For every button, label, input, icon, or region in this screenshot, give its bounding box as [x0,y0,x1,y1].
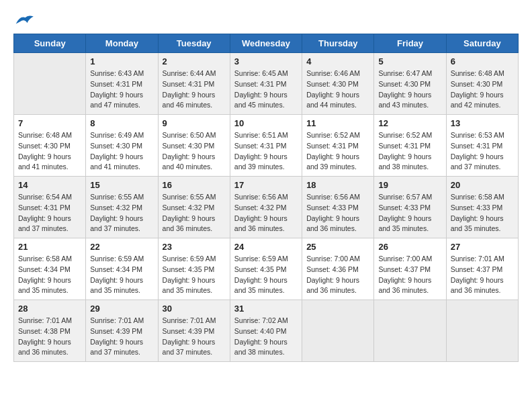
weekday-header-thursday: Thursday [302,34,374,53]
day-number: 31 [234,304,298,314]
day-info: Sunrise: 6:46 AM Sunset: 4:30 PM Dayligh… [306,68,369,111]
calendar-cell [374,300,446,362]
calendar-cell: 19Sunrise: 6:57 AM Sunset: 4:33 PM Dayli… [374,177,446,238]
day-info: Sunrise: 6:44 AM Sunset: 4:31 PM Dayligh… [163,68,226,111]
day-info: Sunrise: 6:47 AM Sunset: 4:30 PM Dayligh… [378,68,441,111]
day-info: Sunrise: 6:59 AM Sunset: 4:35 PM Dayligh… [163,254,226,296]
day-number: 12 [378,118,441,128]
day-number: 6 [451,56,514,66]
calendar-cell: 9Sunrise: 6:50 AM Sunset: 4:30 PM Daylig… [158,115,230,177]
day-number: 7 [18,118,81,128]
day-number: 8 [90,118,153,128]
weekday-header-saturday: Saturday [446,34,518,53]
day-number: 19 [378,180,441,190]
calendar-cell: 8Sunrise: 6:49 AM Sunset: 4:30 PM Daylig… [86,115,158,177]
day-number: 15 [90,180,153,190]
day-info: Sunrise: 7:01 AM Sunset: 4:38 PM Dayligh… [18,316,81,358]
day-number: 5 [378,56,441,66]
calendar-cell: 12Sunrise: 6:52 AM Sunset: 4:31 PM Dayli… [374,115,446,177]
calendar-cell: 14Sunrise: 6:54 AM Sunset: 4:31 PM Dayli… [14,177,86,238]
logo-bird-icon [15,13,34,27]
day-info: Sunrise: 6:57 AM Sunset: 4:33 PM Dayligh… [378,192,441,234]
day-info: Sunrise: 6:48 AM Sunset: 4:30 PM Dayligh… [18,130,81,173]
day-info: Sunrise: 6:49 AM Sunset: 4:30 PM Dayligh… [90,130,153,173]
calendar-cell: 7Sunrise: 6:48 AM Sunset: 4:30 PM Daylig… [14,115,86,177]
logo [13,13,34,27]
calendar-cell: 30Sunrise: 7:01 AM Sunset: 4:39 PM Dayli… [158,300,230,362]
calendar-cell: 5Sunrise: 6:47 AM Sunset: 4:30 PM Daylig… [374,53,446,115]
calendar-cell [446,300,518,362]
calendar-cell: 24Sunrise: 6:59 AM Sunset: 4:35 PM Dayli… [230,238,302,300]
calendar-cell [302,300,374,362]
calendar-cell: 10Sunrise: 6:51 AM Sunset: 4:31 PM Dayli… [230,115,302,177]
calendar-week-row: 14Sunrise: 6:54 AM Sunset: 4:31 PM Dayli… [14,177,519,238]
day-number: 14 [18,180,81,190]
calendar-week-row: 1Sunrise: 6:43 AM Sunset: 4:31 PM Daylig… [14,53,519,115]
calendar-cell: 28Sunrise: 7:01 AM Sunset: 4:38 PM Dayli… [14,300,86,362]
day-info: Sunrise: 7:01 AM Sunset: 4:39 PM Dayligh… [163,316,226,358]
day-number: 28 [18,304,81,314]
calendar-table: SundayMondayTuesdayWednesdayThursdayFrid… [13,34,519,362]
calendar-cell: 31Sunrise: 7:02 AM Sunset: 4:40 PM Dayli… [230,300,302,362]
calendar-cell: 20Sunrise: 6:58 AM Sunset: 4:33 PM Dayli… [446,177,518,238]
day-number: 4 [306,56,369,66]
day-number: 16 [163,180,226,190]
day-info: Sunrise: 6:43 AM Sunset: 4:31 PM Dayligh… [90,68,153,111]
day-info: Sunrise: 6:52 AM Sunset: 4:31 PM Dayligh… [378,130,441,173]
day-number: 2 [163,56,226,66]
day-number: 22 [90,242,153,252]
day-info: Sunrise: 6:54 AM Sunset: 4:31 PM Dayligh… [18,192,81,234]
day-number: 13 [451,118,514,128]
calendar-cell: 16Sunrise: 6:55 AM Sunset: 4:32 PM Dayli… [158,177,230,238]
calendar-cell: 3Sunrise: 6:45 AM Sunset: 4:31 PM Daylig… [230,53,302,115]
day-number: 10 [234,118,298,128]
calendar-body: 1Sunrise: 6:43 AM Sunset: 4:31 PM Daylig… [14,53,519,362]
calendar-cell: 13Sunrise: 6:53 AM Sunset: 4:31 PM Dayli… [446,115,518,177]
day-number: 25 [306,242,369,252]
day-number: 23 [163,242,226,252]
calendar-cell: 21Sunrise: 6:58 AM Sunset: 4:34 PM Dayli… [14,238,86,300]
day-number: 26 [378,242,441,252]
day-info: Sunrise: 6:50 AM Sunset: 4:30 PM Dayligh… [163,130,226,173]
day-info: Sunrise: 7:00 AM Sunset: 4:37 PM Dayligh… [378,254,441,296]
weekday-header-row: SundayMondayTuesdayWednesdayThursdayFrid… [14,34,519,53]
calendar-week-row: 21Sunrise: 6:58 AM Sunset: 4:34 PM Dayli… [14,238,519,300]
day-info: Sunrise: 7:01 AM Sunset: 4:37 PM Dayligh… [451,254,514,296]
day-number: 27 [451,242,514,252]
day-info: Sunrise: 7:00 AM Sunset: 4:36 PM Dayligh… [306,254,369,296]
calendar-cell [14,53,86,115]
day-info: Sunrise: 6:52 AM Sunset: 4:31 PM Dayligh… [306,130,369,173]
calendar-week-row: 28Sunrise: 7:01 AM Sunset: 4:38 PM Dayli… [14,300,519,362]
day-info: Sunrise: 6:53 AM Sunset: 4:31 PM Dayligh… [451,130,514,173]
calendar-cell: 15Sunrise: 6:55 AM Sunset: 4:32 PM Dayli… [86,177,158,238]
day-info: Sunrise: 6:45 AM Sunset: 4:31 PM Dayligh… [234,68,298,111]
weekday-header-friday: Friday [374,34,446,53]
day-info: Sunrise: 6:56 AM Sunset: 4:32 PM Dayligh… [234,192,298,234]
calendar-cell: 26Sunrise: 7:00 AM Sunset: 4:37 PM Dayli… [374,238,446,300]
day-info: Sunrise: 6:59 AM Sunset: 4:35 PM Dayligh… [234,254,298,296]
day-number: 29 [90,304,153,314]
day-info: Sunrise: 7:01 AM Sunset: 4:39 PM Dayligh… [90,316,153,358]
day-info: Sunrise: 6:55 AM Sunset: 4:32 PM Dayligh… [163,192,226,234]
day-number: 9 [163,118,226,128]
calendar-cell: 2Sunrise: 6:44 AM Sunset: 4:31 PM Daylig… [158,53,230,115]
day-number: 1 [90,56,153,66]
day-number: 21 [18,242,81,252]
day-number: 3 [234,56,298,66]
day-number: 17 [234,180,298,190]
calendar-cell: 25Sunrise: 7:00 AM Sunset: 4:36 PM Dayli… [302,238,374,300]
day-info: Sunrise: 6:55 AM Sunset: 4:32 PM Dayligh… [90,192,153,234]
day-info: Sunrise: 6:48 AM Sunset: 4:30 PM Dayligh… [451,68,514,111]
calendar-cell: 23Sunrise: 6:59 AM Sunset: 4:35 PM Dayli… [158,238,230,300]
day-number: 30 [163,304,226,314]
day-info: Sunrise: 6:56 AM Sunset: 4:33 PM Dayligh… [306,192,369,234]
calendar-cell: 27Sunrise: 7:01 AM Sunset: 4:37 PM Dayli… [446,238,518,300]
weekday-header-tuesday: Tuesday [158,34,230,53]
calendar-week-row: 7Sunrise: 6:48 AM Sunset: 4:30 PM Daylig… [14,115,519,177]
calendar-cell: 4Sunrise: 6:46 AM Sunset: 4:30 PM Daylig… [302,53,374,115]
calendar-cell: 1Sunrise: 6:43 AM Sunset: 4:31 PM Daylig… [86,53,158,115]
day-number: 18 [306,180,369,190]
calendar-cell: 11Sunrise: 6:52 AM Sunset: 4:31 PM Dayli… [302,115,374,177]
calendar-cell: 17Sunrise: 6:56 AM Sunset: 4:32 PM Dayli… [230,177,302,238]
day-info: Sunrise: 6:58 AM Sunset: 4:33 PM Dayligh… [451,192,514,234]
